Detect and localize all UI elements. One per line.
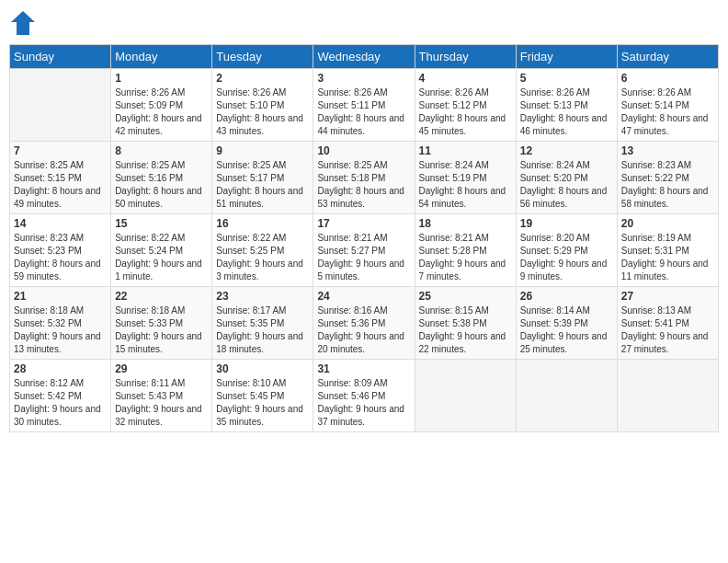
logo	[9, 9, 40, 37]
calendar-cell: 24 Sunrise: 8:16 AMSunset: 5:36 PMDaylig…	[313, 287, 415, 360]
day-number: 19	[520, 217, 613, 230]
calendar-cell: 3 Sunrise: 8:26 AMSunset: 5:11 PMDayligh…	[313, 69, 415, 142]
calendar-cell: 26 Sunrise: 8:14 AMSunset: 5:39 PMDaylig…	[516, 287, 617, 360]
day-number: 18	[419, 217, 512, 230]
day-info: Sunrise: 8:16 AMSunset: 5:36 PMDaylight:…	[317, 304, 410, 356]
calendar-cell: 1 Sunrise: 8:26 AMSunset: 5:09 PMDayligh…	[111, 69, 212, 142]
header-cell-monday: Monday	[111, 45, 212, 69]
header-cell-tuesday: Tuesday	[212, 45, 313, 69]
calendar-header: SundayMondayTuesdayWednesdayThursdayFrid…	[10, 45, 719, 69]
calendar-body: 1 Sunrise: 8:26 AMSunset: 5:09 PMDayligh…	[10, 69, 719, 432]
calendar-cell	[415, 360, 516, 432]
calendar-cell: 6 Sunrise: 8:26 AMSunset: 5:14 PMDayligh…	[617, 69, 718, 142]
calendar-week-1: 1 Sunrise: 8:26 AMSunset: 5:09 PMDayligh…	[10, 69, 719, 142]
day-number: 1	[115, 72, 208, 85]
calendar-cell: 22 Sunrise: 8:18 AMSunset: 5:33 PMDaylig…	[111, 287, 212, 360]
day-info: Sunrise: 8:17 AMSunset: 5:35 PMDaylight:…	[216, 304, 309, 356]
day-number: 26	[520, 290, 613, 303]
page-container: SundayMondayTuesdayWednesdayThursdayFrid…	[0, 0, 728, 563]
calendar-cell: 8 Sunrise: 8:25 AMSunset: 5:16 PMDayligh…	[111, 142, 212, 214]
day-number: 21	[14, 290, 107, 303]
calendar-cell: 4 Sunrise: 8:26 AMSunset: 5:12 PMDayligh…	[415, 69, 516, 142]
day-info: Sunrise: 8:24 AMSunset: 5:19 PMDaylight:…	[419, 159, 512, 211]
calendar-cell: 29 Sunrise: 8:11 AMSunset: 5:43 PMDaylig…	[111, 360, 212, 432]
day-number: 28	[14, 362, 107, 375]
day-info: Sunrise: 8:09 AMSunset: 5:46 PMDaylight:…	[317, 377, 410, 429]
day-info: Sunrise: 8:18 AMSunset: 5:32 PMDaylight:…	[14, 304, 107, 356]
day-number: 24	[317, 290, 410, 303]
day-number: 7	[14, 144, 107, 157]
calendar-cell: 21 Sunrise: 8:18 AMSunset: 5:32 PMDaylig…	[10, 287, 111, 360]
day-info: Sunrise: 8:20 AMSunset: 5:29 PMDaylight:…	[520, 232, 613, 283]
calendar-cell: 14 Sunrise: 8:23 AMSunset: 5:23 PMDaylig…	[10, 214, 111, 287]
day-number: 16	[216, 217, 309, 230]
day-info: Sunrise: 8:21 AMSunset: 5:27 PMDaylight:…	[317, 232, 410, 283]
day-info: Sunrise: 8:25 AMSunset: 5:16 PMDaylight:…	[115, 159, 208, 211]
day-number: 6	[621, 72, 714, 85]
day-number: 15	[115, 217, 208, 230]
calendar-cell	[10, 69, 111, 142]
day-info: Sunrise: 8:19 AMSunset: 5:31 PMDaylight:…	[621, 232, 714, 283]
day-number: 2	[216, 72, 309, 85]
day-info: Sunrise: 8:18 AMSunset: 5:33 PMDaylight:…	[115, 304, 208, 356]
day-info: Sunrise: 8:10 AMSunset: 5:45 PMDaylight:…	[216, 377, 309, 429]
calendar-cell: 16 Sunrise: 8:22 AMSunset: 5:25 PMDaylig…	[212, 214, 313, 287]
calendar-cell: 15 Sunrise: 8:22 AMSunset: 5:24 PMDaylig…	[111, 214, 212, 287]
calendar-cell: 5 Sunrise: 8:26 AMSunset: 5:13 PMDayligh…	[516, 69, 617, 142]
day-number: 17	[317, 217, 410, 230]
calendar-week-2: 7 Sunrise: 8:25 AMSunset: 5:15 PMDayligh…	[10, 142, 719, 214]
calendar-cell: 12 Sunrise: 8:24 AMSunset: 5:20 PMDaylig…	[516, 142, 617, 214]
day-number: 31	[317, 362, 410, 375]
day-info: Sunrise: 8:13 AMSunset: 5:41 PMDaylight:…	[621, 304, 714, 356]
calendar-cell: 9 Sunrise: 8:25 AMSunset: 5:17 PMDayligh…	[212, 142, 313, 214]
day-number: 3	[317, 72, 410, 85]
day-info: Sunrise: 8:26 AMSunset: 5:14 PMDaylight:…	[621, 86, 714, 138]
calendar-cell: 7 Sunrise: 8:25 AMSunset: 5:15 PMDayligh…	[10, 142, 111, 214]
day-info: Sunrise: 8:24 AMSunset: 5:20 PMDaylight:…	[520, 159, 613, 211]
header-cell-sunday: Sunday	[10, 45, 111, 69]
header-cell-friday: Friday	[516, 45, 617, 69]
day-info: Sunrise: 8:26 AMSunset: 5:11 PMDaylight:…	[317, 86, 410, 138]
calendar-week-3: 14 Sunrise: 8:23 AMSunset: 5:23 PMDaylig…	[10, 214, 719, 287]
calendar-cell: 10 Sunrise: 8:25 AMSunset: 5:18 PMDaylig…	[313, 142, 415, 214]
day-info: Sunrise: 8:11 AMSunset: 5:43 PMDaylight:…	[115, 377, 208, 429]
calendar-cell: 13 Sunrise: 8:23 AMSunset: 5:22 PMDaylig…	[617, 142, 718, 214]
calendar-cell: 30 Sunrise: 8:10 AMSunset: 5:45 PMDaylig…	[212, 360, 313, 432]
header	[9, 9, 719, 37]
calendar-cell: 20 Sunrise: 8:19 AMSunset: 5:31 PMDaylig…	[617, 214, 718, 287]
calendar-cell	[516, 360, 617, 432]
day-number: 4	[419, 72, 512, 85]
day-number: 22	[115, 290, 208, 303]
day-info: Sunrise: 8:15 AMSunset: 5:38 PMDaylight:…	[419, 304, 512, 356]
day-info: Sunrise: 8:22 AMSunset: 5:24 PMDaylight:…	[115, 232, 208, 283]
day-info: Sunrise: 8:25 AMSunset: 5:18 PMDaylight:…	[317, 159, 410, 211]
calendar-cell: 19 Sunrise: 8:20 AMSunset: 5:29 PMDaylig…	[516, 214, 617, 287]
calendar-cell: 28 Sunrise: 8:12 AMSunset: 5:42 PMDaylig…	[10, 360, 111, 432]
day-number: 23	[216, 290, 309, 303]
calendar-cell: 31 Sunrise: 8:09 AMSunset: 5:46 PMDaylig…	[313, 360, 415, 432]
day-number: 5	[520, 72, 613, 85]
day-info: Sunrise: 8:14 AMSunset: 5:39 PMDaylight:…	[520, 304, 613, 356]
calendar-table: SundayMondayTuesdayWednesdayThursdayFrid…	[9, 44, 719, 432]
day-number: 13	[621, 144, 714, 157]
day-number: 14	[14, 217, 107, 230]
calendar-cell: 17 Sunrise: 8:21 AMSunset: 5:27 PMDaylig…	[313, 214, 415, 287]
day-number: 20	[621, 217, 714, 230]
day-number: 25	[419, 290, 512, 303]
logo-icon	[9, 9, 37, 37]
day-info: Sunrise: 8:23 AMSunset: 5:22 PMDaylight:…	[621, 159, 714, 211]
day-info: Sunrise: 8:26 AMSunset: 5:12 PMDaylight:…	[419, 86, 512, 138]
day-info: Sunrise: 8:21 AMSunset: 5:28 PMDaylight:…	[419, 232, 512, 283]
day-number: 30	[216, 362, 309, 375]
header-cell-thursday: Thursday	[415, 45, 516, 69]
day-info: Sunrise: 8:25 AMSunset: 5:17 PMDaylight:…	[216, 159, 309, 211]
calendar-cell: 2 Sunrise: 8:26 AMSunset: 5:10 PMDayligh…	[212, 69, 313, 142]
calendar-cell	[617, 360, 718, 432]
day-info: Sunrise: 8:25 AMSunset: 5:15 PMDaylight:…	[14, 159, 107, 211]
day-info: Sunrise: 8:22 AMSunset: 5:25 PMDaylight:…	[216, 232, 309, 283]
day-info: Sunrise: 8:26 AMSunset: 5:10 PMDaylight:…	[216, 86, 309, 138]
day-number: 8	[115, 144, 208, 157]
day-number: 27	[621, 290, 714, 303]
calendar-cell: 11 Sunrise: 8:24 AMSunset: 5:19 PMDaylig…	[415, 142, 516, 214]
day-info: Sunrise: 8:26 AMSunset: 5:09 PMDaylight:…	[115, 86, 208, 138]
